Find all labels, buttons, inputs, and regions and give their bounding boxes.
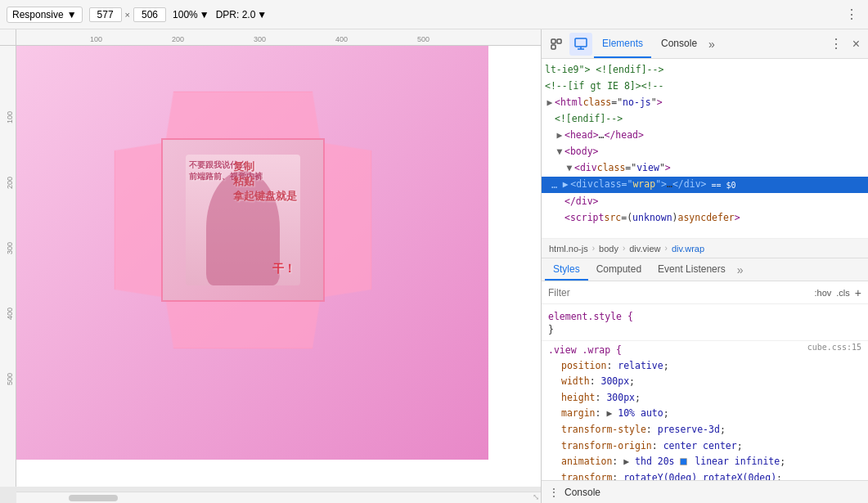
filter-bar: :hov .cls + <box>542 281 868 304</box>
tree-row-script[interactable]: <script src=(unknown) async defer > <box>542 209 868 226</box>
breadcrumb-body[interactable]: body <box>596 243 621 254</box>
box-bottom-face <box>156 299 330 348</box>
css-prop-width: width: 300px; <box>548 374 861 390</box>
ruler-vtick-200: 200 <box>6 177 14 189</box>
svg-rect-3 <box>575 38 587 47</box>
ruler-vtick-300: 300 <box>6 242 14 254</box>
breadcrumb-sep-3: › <box>665 244 668 253</box>
devtools-close-button[interactable]: × <box>848 37 865 52</box>
horizontal-scrollbar[interactable]: ⤡ <box>16 492 541 503</box>
zoom-label: 100% <box>173 9 198 20</box>
styles-more-icon[interactable]: » <box>737 263 744 276</box>
breadcrumb-div-view[interactable]: div.view <box>627 243 663 254</box>
box-right-face <box>322 132 371 306</box>
resize-handle-icon: ⤡ <box>533 492 539 501</box>
chevron-down-icon: ▼ <box>200 9 209 20</box>
hov-button[interactable]: :hov <box>815 288 832 298</box>
css-selector-view-wrap: .view .wrap { <box>548 344 622 356</box>
css-prop-transform: transform: rotateY(0deg) rotateX(0deg); <box>548 470 861 480</box>
chevron-down-icon: ▼ <box>257 9 267 20</box>
box-top-face <box>156 91 330 141</box>
responsive-selector[interactable]: Responsive ▼ <box>7 7 83 23</box>
tab-computed[interactable]: Computed <box>588 258 650 281</box>
console-tab[interactable]: Console <box>653 29 705 58</box>
css-source-link[interactable]: cube.css:15 <box>807 343 861 352</box>
filter-input[interactable] <box>548 287 810 299</box>
devtools-options-button[interactable]: ⋮ <box>826 36 846 52</box>
tree-row-1[interactable]: <!--[if gt IE 8]><!-- <box>542 79 868 95</box>
breadcrumb-sep-2: › <box>623 244 625 253</box>
viewport-area: 100 200 300 400 500 100 200 300 400 500 <box>0 29 541 503</box>
main-area: 100 200 300 400 500 100 200 300 400 500 <box>0 29 868 503</box>
tree-row-body[interactable]: ▼ <body> <box>542 144 868 160</box>
console-bar[interactable]: ⋮ Console <box>542 480 868 503</box>
vertical-ruler: 100 200 300 400 500 <box>0 46 16 487</box>
breadcrumb-div-wrap[interactable]: div.wrap <box>669 243 707 254</box>
styles-tabs: Styles Computed Event Listeners » <box>542 258 868 281</box>
tree-row-div-view[interactable]: ▼ <div class="view" > <box>542 160 868 177</box>
box-image-person: 不要跟我说什么前端路前、视觉内裤 复制粘贴拿起键盘就是 干！ <box>186 155 300 285</box>
chinese-text-topright: 复制粘贴拿起键盘就是 <box>233 159 297 204</box>
tab-styles[interactable]: Styles <box>545 258 588 281</box>
css-rule-view-wrap: .view .wrap { cube.css:15 position: rela… <box>542 341 868 480</box>
breadcrumb-sep-1: › <box>592 244 595 253</box>
breadcrumb-bar: html.no-js › body › div.view › div.wrap <box>542 239 868 258</box>
ruler-tick-100: 100 <box>90 35 102 43</box>
css-prop-height: height: 300px; <box>548 390 861 406</box>
top-toolbar: Responsive ▼ × 100% ▼ DPR: 2.0 ▼ ⋮ <box>0 0 868 29</box>
css-rules-panel: element.style { } .view .wrap { cube.css… <box>542 304 868 480</box>
height-input[interactable] <box>133 7 166 22</box>
html-tree: lt-ie9"> <![endif]--> <!--[if gt IE 8]><… <box>542 59 868 239</box>
tree-row-div-wrap[interactable]: … ▶ <div class="wrap" > … </div> == $0 <box>542 177 868 193</box>
devtools-top-tabs: Elements Console » ⋮ × <box>542 29 868 59</box>
page-canvas: 不要跟我说什么前端路前、视觉内裤 复制粘贴拿起键盘就是 干！ <box>16 46 488 460</box>
chevron-down-icon: ▼ <box>67 9 77 20</box>
breadcrumb-html[interactable]: html.no-js <box>546 243 591 254</box>
box-front-face: 不要跟我说什么前端路前、视觉内裤 复制粘贴拿起键盘就是 干！ <box>161 138 325 302</box>
ruler-tick-500: 500 <box>417 35 430 43</box>
css-rule-element-style: element.style { } <box>542 308 868 341</box>
cls-button[interactable]: .cls <box>836 288 850 298</box>
elements-tab[interactable]: Elements <box>594 29 651 58</box>
dimension-inputs: × <box>89 7 166 22</box>
svg-rect-1 <box>557 39 561 43</box>
zoom-selector[interactable]: 100% ▼ <box>173 9 209 20</box>
css-prop-margin: margin: ▶ 10% auto; <box>548 406 861 422</box>
toolbar-more-button[interactable]: ⋮ <box>842 7 861 22</box>
console-dots-icon[interactable]: ⋮ <box>548 486 560 499</box>
tree-row-2[interactable]: <![endif]--> <box>542 111 868 128</box>
devtools-panel: Elements Console » ⋮ × lt-ie9"> <![endif… <box>541 29 868 503</box>
tree-row-0[interactable]: lt-ie9"> <![endif]--> <box>542 62 868 79</box>
ruler-tick-400: 400 <box>335 35 348 43</box>
box-left-face <box>115 132 164 306</box>
ruler-vtick-500: 500 <box>6 373 14 385</box>
dpr-selector[interactable]: DPR: 2.0 ▼ <box>216 9 268 20</box>
tree-row-close-div[interactable]: </div> <box>542 193 868 209</box>
ruler-vtick-100: 100 <box>6 111 14 124</box>
tab-event-listeners[interactable]: Event Listeners <box>650 258 734 281</box>
devtools-cursor-icon[interactable] <box>545 33 568 56</box>
ruler-tick-200: 200 <box>172 35 184 43</box>
ruler-tick-300: 300 <box>254 35 266 43</box>
dimension-x: × <box>125 10 130 20</box>
tree-row-html[interactable]: ▶ <html class="no-js" > <box>542 95 868 111</box>
add-style-button[interactable]: + <box>855 286 861 299</box>
tree-row-head[interactable]: ▶ <head> … </head> <box>542 128 868 144</box>
viewport-content[interactable]: 不要跟我说什么前端路前、视觉内裤 复制粘贴拿起键盘就是 干！ <box>16 46 541 487</box>
width-input[interactable] <box>89 7 122 22</box>
responsive-label: Responsive <box>12 9 64 20</box>
svg-rect-0 <box>551 39 555 43</box>
ruler-corner <box>0 29 16 46</box>
horizontal-ruler: 100 200 300 400 500 <box>0 29 541 46</box>
css-prop-position: position: relative; <box>548 358 861 375</box>
chinese-text-bottomright: 干！ <box>272 261 295 277</box>
svg-rect-2 <box>551 45 555 49</box>
animation-color-swatch[interactable] <box>680 458 687 465</box>
devtools-more-tabs[interactable]: » <box>708 38 715 51</box>
box-image: 不要跟我说什么前端路前、视觉内裤 复制粘贴拿起键盘就是 干！ <box>163 140 323 300</box>
ruler-vtick-400: 400 <box>6 308 14 320</box>
devtools-inspector-icon[interactable] <box>569 33 592 56</box>
css-close-element: } <box>548 324 554 335</box>
css-selector-element: element.style { <box>548 311 633 322</box>
scrollbar-thumb[interactable] <box>69 495 118 501</box>
